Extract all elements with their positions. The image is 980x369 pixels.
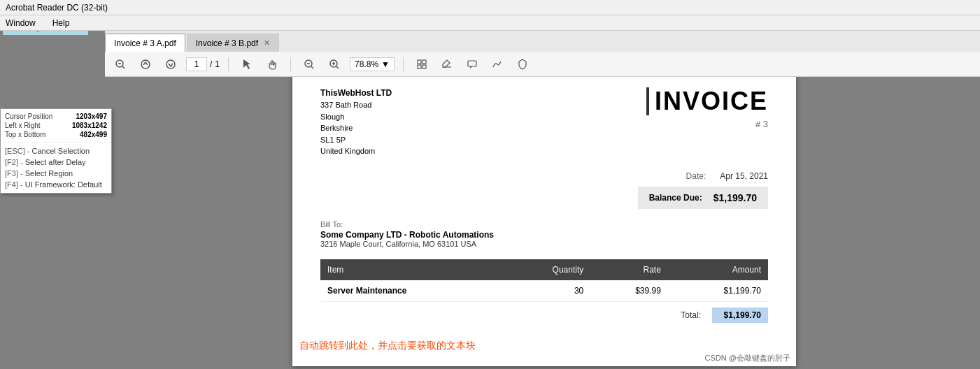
pdf-area: ThisWebHost LTD 337 Bath Road Slough Ber… bbox=[108, 52, 980, 369]
tab-invoice-a[interactable]: Invoice # 3 A.pdf bbox=[105, 34, 185, 52]
company-addr4: SL1 5P bbox=[320, 134, 392, 146]
table-row: Server Maintenance 30 $39.99 $1,199.70 bbox=[320, 280, 768, 302]
col-quantity: Quantity bbox=[502, 259, 590, 280]
page-total: 1 bbox=[215, 59, 220, 69]
svg-line-2 bbox=[122, 66, 125, 68]
company-name: ThisWebHost LTD bbox=[320, 87, 392, 99]
invoice-title-text: INVOICE bbox=[655, 87, 768, 116]
context-select-after-delay[interactable]: [F2] - Select after Delay bbox=[5, 157, 107, 168]
left-right-label: Left x Right bbox=[5, 122, 41, 129]
balance-due-amount: $1,199.70 bbox=[713, 192, 757, 203]
zoom-out-btn[interactable] bbox=[111, 55, 130, 74]
scroll-down-btn[interactable] bbox=[161, 55, 180, 74]
menu-window[interactable]: Window bbox=[3, 17, 38, 29]
balance-due-label: Balance Due: bbox=[649, 193, 702, 203]
company-addr2: Slough bbox=[320, 111, 392, 123]
markup-btn[interactable] bbox=[437, 55, 457, 74]
company-addr5: United Kingdom bbox=[320, 145, 392, 157]
company-addr3: Berkshire bbox=[320, 122, 392, 134]
invoice-title: INVOICE bbox=[646, 87, 768, 116]
svg-line-8 bbox=[311, 66, 313, 68]
zoom-in-btn[interactable] bbox=[325, 55, 344, 74]
top-bottom-value: 482x499 bbox=[80, 131, 107, 138]
invoice-table: Item Quantity Rate Amount Server Mainten… bbox=[320, 259, 768, 302]
svg-rect-16 bbox=[422, 65, 426, 68]
scroll-up-btn[interactable] bbox=[136, 55, 155, 74]
protect-btn[interactable] bbox=[513, 55, 532, 74]
bill-to-address: 3216 Maple Court, California, MO 63101 U… bbox=[320, 240, 768, 248]
annotation-text: 自动跳转到此处，并点击要获取的文本块 bbox=[299, 340, 476, 352]
toolbar-divider-2 bbox=[290, 57, 291, 71]
col-amount: Amount bbox=[668, 259, 768, 280]
sign-btn[interactable] bbox=[488, 55, 507, 74]
left-right-value: 1083x1242 bbox=[72, 122, 107, 129]
context-cancel-selection[interactable]: [ESC] - Cancel Selection bbox=[5, 145, 107, 157]
invoice-title-block: INVOICE # 3 bbox=[646, 87, 768, 157]
toolbar-divider-1 bbox=[228, 57, 229, 71]
zoom-select[interactable]: 78.8% ▼ bbox=[350, 57, 395, 71]
app-title: Acrobat Reader DC (32-bit) bbox=[6, 3, 108, 13]
item-name: Server Maintenance bbox=[327, 286, 406, 296]
col-item: Item bbox=[320, 259, 502, 280]
context-menu: Cursor Position 1203x497 Left x Right 10… bbox=[0, 108, 112, 194]
svg-marker-17 bbox=[443, 60, 450, 67]
total-box: Total: $1,199.70 bbox=[681, 308, 768, 323]
cursor-info: Cursor Position 1203x497 Left x Right 10… bbox=[1, 109, 111, 143]
tab-bar: Invoice # 3 A.pdf Invoice # 3 B.pdf ✕ bbox=[105, 31, 980, 52]
context-ui-framework[interactable]: [F4] - UI Framework: Default bbox=[5, 179, 107, 190]
invoice-header: ThisWebHost LTD 337 Bath Road Slough Ber… bbox=[320, 87, 768, 157]
item-amount: $1,199.70 bbox=[668, 280, 768, 302]
col-rate: Rate bbox=[590, 259, 668, 280]
date-value: Apr 15, 2021 bbox=[720, 171, 768, 181]
invoice-number: # 3 bbox=[646, 119, 768, 129]
bill-to: Bill To: Some Company LTD - Robotic Auto… bbox=[320, 220, 768, 248]
svg-rect-14 bbox=[422, 60, 426, 64]
csdn-watermark: CSDN @会敲键盘的肘子 bbox=[705, 353, 790, 363]
cursor-pos-label: Cursor Position bbox=[5, 113, 52, 120]
invoice-table-header: Item Quantity Rate Amount bbox=[320, 259, 768, 280]
bill-to-name: Some Company LTD - Robotic Automations bbox=[320, 230, 768, 240]
pdf-page: ThisWebHost LTD 337 Bath Road Slough Ber… bbox=[292, 66, 796, 366]
hand-tool-btn[interactable] bbox=[262, 55, 282, 74]
page-nav: 1 / 1 bbox=[186, 57, 220, 71]
zoom-out-btn2[interactable] bbox=[299, 55, 319, 74]
context-select-region[interactable]: [F3] - Select Region bbox=[5, 168, 107, 179]
svg-rect-15 bbox=[418, 65, 421, 68]
tab-invoice-b-label: Invoice # 3 B.pdf bbox=[196, 38, 258, 48]
svg-rect-19 bbox=[468, 61, 476, 66]
cursor-pos-value: 1203x497 bbox=[76, 113, 108, 120]
company-addr1: 337 Bath Road bbox=[320, 99, 392, 111]
context-menu-items: [ESC] - Cancel Selection [F2] - Select a… bbox=[1, 143, 111, 193]
page-separator: / bbox=[210, 59, 212, 69]
toolbar: 1 / 1 78.8% ▼ bbox=[105, 52, 980, 77]
page-number-input[interactable]: 1 bbox=[186, 57, 207, 71]
zoom-value: 78.8% bbox=[355, 59, 378, 69]
svg-rect-13 bbox=[418, 60, 421, 64]
date-label: Date: bbox=[686, 171, 706, 181]
total-amount: $1,199.70 bbox=[712, 308, 768, 323]
total-label: Total: bbox=[681, 310, 701, 320]
menu-help[interactable]: Help bbox=[50, 17, 73, 29]
item-rate: $39.99 bbox=[590, 280, 668, 302]
toolbar-divider-3 bbox=[403, 57, 404, 71]
tab-invoice-b-close[interactable]: ✕ bbox=[264, 38, 270, 48]
title-bar: Acrobat Reader DC (32-bit) bbox=[0, 0, 980, 15]
tab-invoice-a-label: Invoice # 3 A.pdf bbox=[114, 38, 176, 48]
bill-to-label: Bill To: bbox=[320, 220, 768, 229]
invoice-title-bar bbox=[646, 87, 649, 115]
select-tool-btn[interactable] bbox=[237, 55, 257, 74]
company-info: ThisWebHost LTD 337 Bath Road Slough Ber… bbox=[320, 87, 392, 157]
top-bottom-label: Top x Bottom bbox=[5, 131, 45, 138]
item-quantity: 30 bbox=[502, 280, 590, 302]
invoice-table-body: Server Maintenance 30 $39.99 $1,199.70 bbox=[320, 280, 768, 302]
tools-btn[interactable] bbox=[412, 55, 432, 74]
total-row: Total: $1,199.70 bbox=[320, 308, 768, 323]
comment-btn[interactable] bbox=[462, 55, 482, 74]
menu-bar: Window Help bbox=[0, 15, 980, 31]
zoom-dropdown-icon: ▼ bbox=[381, 59, 390, 69]
balance-due-box: Balance Due: $1,199.70 bbox=[638, 187, 768, 209]
svg-marker-5 bbox=[243, 59, 250, 69]
date-row: Date: Apr 15, 2021 bbox=[320, 171, 768, 181]
svg-line-12 bbox=[336, 66, 339, 68]
tab-invoice-b[interactable]: Invoice # 3 B.pdf ✕ bbox=[187, 34, 279, 52]
